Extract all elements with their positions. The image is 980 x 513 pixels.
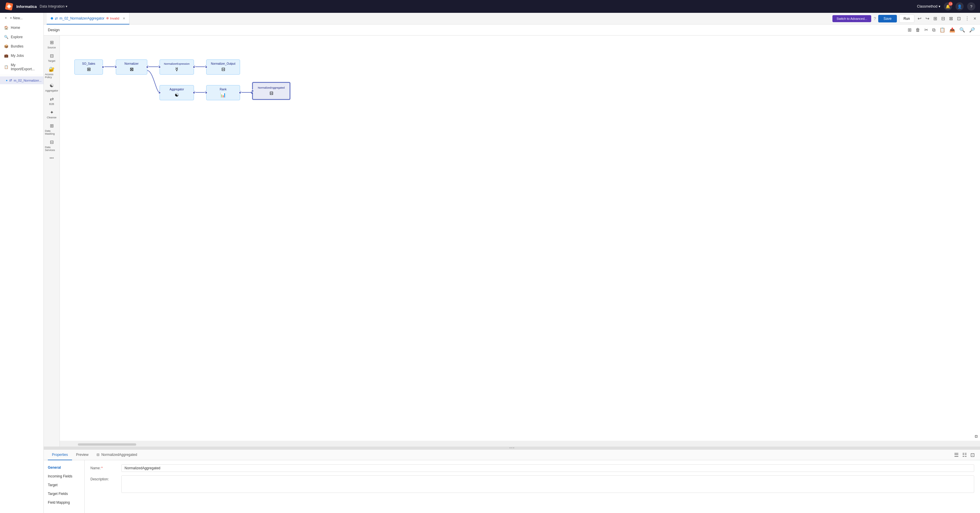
node-so-sales[interactable]: SO_Sales ⊞: [75, 59, 103, 75]
tool-access-policy[interactable]: 🔐 Access Policy: [44, 65, 59, 81]
run-button[interactable]: Run: [899, 14, 915, 23]
aggregator-port-right: [192, 91, 196, 94]
canvas-tools-panel: ⊞ Source ⊟ Target 🔐 Access Policy ☯: [44, 36, 60, 446]
zoom-out-button[interactable]: 🔎: [968, 26, 976, 33]
node-normalizer-expression[interactable]: NormalizerExpression ☿: [159, 59, 194, 75]
notifications-button[interactable]: 🔔 13: [944, 2, 952, 11]
tab-dot: [51, 17, 53, 19]
export-toolbar-button[interactable]: 📤: [948, 26, 956, 33]
prop-nav-field-mapping[interactable]: Field Mapping: [44, 498, 84, 507]
help-button[interactable]: ?: [967, 2, 975, 11]
panel-resize-handle[interactable]: • • •: [44, 446, 980, 449]
expand-canvas-button[interactable]: ⊡: [975, 434, 978, 438]
node-aggregator[interactable]: Aggregator ☯: [159, 85, 194, 100]
rank-port-right: [239, 91, 242, 94]
panel-maximize-button[interactable]: ⊡: [969, 451, 976, 459]
prop-nav-target[interactable]: Target: [44, 481, 84, 489]
normalizer-port-left: [115, 65, 117, 68]
normalizer-expr-port-right: [192, 65, 196, 68]
copy-toolbar-button[interactable]: ⧉: [931, 27, 936, 33]
more-options-button[interactable]: ⋮: [964, 15, 970, 22]
app-module[interactable]: Data Integration ▾: [40, 4, 67, 8]
tab-preview[interactable]: Preview: [72, 450, 93, 460]
mapping-canvas[interactable]: SO_Sales ⊞ Normalizer ⊠: [60, 36, 980, 441]
bottom-panel-layout: General Incoming Fields Target Target Fi…: [44, 460, 980, 513]
sidebar-item-my-import[interactable]: 📋 My Import/Export...: [0, 60, 43, 74]
design-title: Design: [48, 28, 59, 32]
tab-properties[interactable]: Properties: [48, 450, 72, 460]
prop-nav-general[interactable]: General: [44, 463, 84, 472]
bottom-panel-tabs: Properties Preview ⊟ NormalizedAggregate…: [44, 450, 980, 460]
left-nav: ＋ + New... 🏠 Home 🔍 Explore 📦 Bundles 💼 …: [0, 13, 44, 513]
normalizer-expr-port-left: [158, 65, 161, 68]
sidebar-item-home[interactable]: 🏠 Home: [0, 23, 43, 32]
tool-aggregator[interactable]: ☯ Aggregator: [44, 81, 59, 94]
form-row-description: Description:: [91, 475, 974, 493]
node-rank[interactable]: Rank 📊: [206, 85, 240, 100]
top-bar: Informatica Data Integration ▾ Classmeth…: [0, 0, 980, 13]
top-bar-left: Informatica Data Integration ▾: [5, 2, 67, 11]
notification-badge: 13: [948, 2, 953, 6]
cut-toolbar-button[interactable]: ✂: [923, 26, 929, 33]
zoom-in-button[interactable]: 🔍: [958, 26, 966, 33]
node-normalizer-output[interactable]: Normalizer_Output ⊟: [206, 59, 240, 75]
top-bar-right: Classmethod ▾ 🔔 13 👤 ?: [917, 2, 975, 11]
left-nav-divider: [0, 75, 43, 75]
name-label: Name:: [91, 464, 117, 470]
tab-normalized-aggregated[interactable]: ⊟ NormalizedAggregated: [92, 450, 141, 460]
user-button[interactable]: 👤: [956, 2, 964, 11]
tool-b2b[interactable]: ⇄ B2B: [44, 94, 59, 107]
switch-to-advanced-button[interactable]: Switch to Advanced...: [832, 15, 871, 22]
tool-more[interactable]: •••: [44, 154, 59, 162]
tool-data-services[interactable]: ⊟ Data Services: [44, 138, 59, 153]
tab-bar: ⇄ m_02_NormalizerAggregator ⊗ Invalid × …: [44, 13, 980, 24]
export-button[interactable]: ⊡: [956, 15, 962, 22]
bottom-content: Name: Description:: [84, 460, 980, 513]
prop-nav-incoming-fields[interactable]: Incoming Fields: [44, 472, 84, 481]
sidebar-item-explore[interactable]: 🔍 Explore: [0, 32, 43, 42]
save-button[interactable]: Save: [878, 15, 897, 22]
description-label: Description:: [91, 475, 117, 481]
name-input[interactable]: [121, 464, 974, 472]
bottom-panel-layout-controls: ☰ ☷ ⊡: [953, 451, 976, 459]
rank-port-left: [205, 91, 208, 94]
description-input[interactable]: [121, 475, 974, 493]
properties-nav: General Incoming Fields Target Target Fi…: [44, 460, 84, 513]
tool-data-masking[interactable]: ⊞ Data Masking: [44, 121, 59, 137]
paste-toolbar-button[interactable]: 📋: [939, 26, 946, 33]
grid-view-button[interactable]: ⊞: [907, 26, 912, 33]
tool-target[interactable]: ⊟ Target: [44, 51, 59, 64]
scrollbar-thumb[interactable]: [78, 443, 136, 446]
horizontal-scrollbar[interactable]: [60, 443, 980, 446]
close-button[interactable]: ×: [973, 15, 977, 22]
prop-nav-target-fields[interactable]: Target Fields: [44, 489, 84, 498]
normalizer-port-right: [146, 65, 149, 68]
tab-invalid-badge: ⊗ Invalid: [106, 16, 119, 20]
design-area: Design ⊞ 🗑 ✂ ⧉ 📋 📤 🔍 🔎: [44, 24, 980, 513]
paste-button[interactable]: ⊠: [948, 15, 954, 22]
canvas-wrapper: ⊞ Source ⊟ Target 🔐 Access Policy ☯: [44, 36, 980, 446]
tool-source[interactable]: ⊞ Source: [44, 38, 59, 51]
org-selector[interactable]: Classmethod ▾: [917, 4, 940, 8]
redo-button[interactable]: ↪: [924, 15, 930, 22]
node-normalizer[interactable]: Normalizer ⊠: [116, 59, 147, 75]
panel-split-vertical-button[interactable]: ☷: [961, 451, 968, 459]
node-normalized-aggregated[interactable]: NormalizedAggregated ⊟: [252, 82, 290, 100]
undo-button[interactable]: ↩: [917, 15, 922, 22]
sidebar-mapping-item[interactable]: ● ⇄ m_02_Normalizer...: [0, 76, 43, 84]
form-row-name: Name:: [91, 464, 974, 472]
mapping-tab[interactable]: ⇄ m_02_NormalizerAggregator ⊗ Invalid ×: [47, 13, 129, 24]
switch-help-icon[interactable]: ?: [873, 16, 876, 21]
bottom-panel: Properties Preview ⊟ NormalizedAggregate…: [44, 449, 980, 513]
tab-close-icon[interactable]: ×: [123, 16, 125, 21]
copy-button[interactable]: ⊟: [940, 15, 946, 22]
panel-split-horizontal-button[interactable]: ☰: [953, 451, 960, 459]
sidebar-item-bundles[interactable]: 📦 Bundles: [0, 42, 43, 51]
sidebar-item-my-jobs[interactable]: 💼 My Jobs: [0, 51, 43, 60]
cut-button[interactable]: ⊞: [932, 15, 938, 22]
tool-cleanse[interactable]: ✦ Cleanse: [44, 108, 59, 121]
new-button[interactable]: ＋ + New...: [0, 13, 43, 23]
informatica-logo: [5, 2, 13, 11]
content-area: ⇄ m_02_NormalizerAggregator ⊗ Invalid × …: [44, 13, 980, 513]
delete-button[interactable]: 🗑: [915, 27, 921, 33]
